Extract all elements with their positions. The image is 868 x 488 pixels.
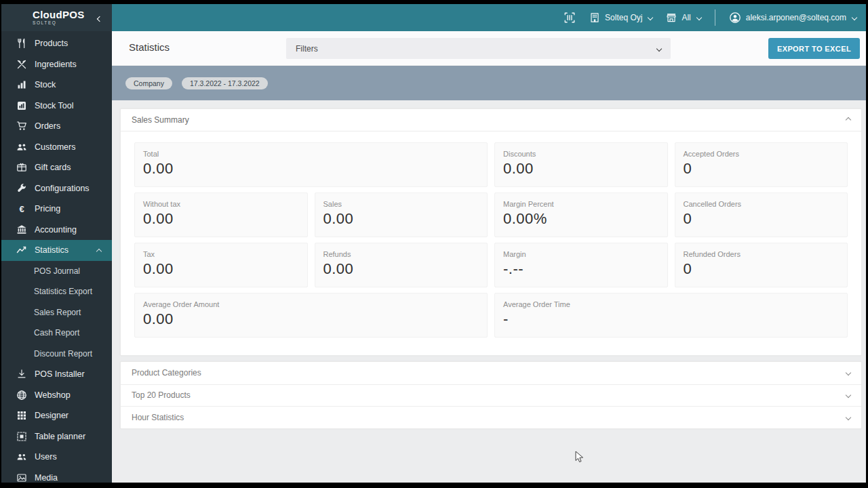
sidebar-item-webshop[interactable]: Webshop <box>1 385 112 406</box>
sidebar-item-gift-cards[interactable]: Gift cards <box>1 157 112 178</box>
sidebar-subitem-discount-report[interactable]: Discount Report <box>1 344 112 365</box>
section-label: Product Categories <box>132 368 201 378</box>
sidebar-subitem-label: POS Journal <box>34 266 80 276</box>
stat-card-label: Accepted Orders <box>684 150 840 158</box>
globe-icon <box>16 390 27 401</box>
stat-card-label: Cancelled Orders <box>684 200 840 208</box>
euro-icon: € <box>16 203 27 214</box>
stat-card-refunded-orders: Refunded Orders 0 <box>675 243 848 287</box>
chart-box-icon <box>16 100 27 111</box>
stat-card-label: Without tax <box>143 200 299 208</box>
sidebar-item-label: Accounting <box>35 225 77 235</box>
chevron-down-icon <box>852 15 857 20</box>
sidebar-item-label: Designer <box>35 411 68 420</box>
sidebar-subitem-label: Cash Report <box>34 328 79 338</box>
sales-summary-cards: Total 0.00 Discounts 0.00 Accepted Order… <box>121 131 861 355</box>
sidebar-item-label: POS Installer <box>35 369 85 379</box>
sidebar-item-stock-tool[interactable]: Stock Tool <box>1 96 112 117</box>
main-area: Statistics Filters EXPORT TO EXCEL Compa… <box>112 31 866 483</box>
bank-icon <box>16 224 27 235</box>
sidebar-item-label: Users <box>35 452 57 462</box>
content: Sales Summary Total 0.00 Discounts 0.00 … <box>112 100 866 429</box>
table-planner-icon <box>16 431 27 442</box>
trending-up-icon <box>16 245 27 256</box>
chevron-up-icon <box>97 244 101 256</box>
sidebar-item-accounting[interactable]: Accounting <box>1 220 112 241</box>
sidebar-item-label: Configurations <box>35 184 90 193</box>
store-selector-label: All <box>682 13 690 22</box>
stat-card-discounts: Discounts 0.00 <box>494 142 668 187</box>
sidebar-item-designer[interactable]: Designer <box>1 405 112 426</box>
stat-card-margin: Margin -.-- <box>494 243 668 287</box>
sidebar-subitem-pos-journal[interactable]: POS Journal <box>1 261 112 282</box>
sidebar-item-label: Pricing <box>35 204 60 214</box>
filter-chip-date-range[interactable]: 17.3.2022 - 17.3.2022 <box>182 77 268 89</box>
section-label: Hour Statistics <box>132 413 184 422</box>
stat-card-value: 0 <box>684 160 840 178</box>
sidebar-subitem-cash-report[interactable]: Cash Report <box>1 323 112 344</box>
stat-card-value: 0 <box>684 260 840 278</box>
sidebar-item-customers[interactable]: Customers <box>1 137 112 158</box>
brand-logo: CloudPOS SOLTEQ <box>33 9 85 26</box>
stat-card-label: Total <box>143 150 479 158</box>
section-hour-statistics[interactable]: Hour Statistics <box>121 406 861 428</box>
users-icon <box>16 451 27 462</box>
stat-card-cancelled-orders: Cancelled Orders 0 <box>675 192 848 237</box>
company-selector-label: Solteq Oyj <box>605 13 642 22</box>
stat-card-average-order-amount: Average Order Amount 0.00 <box>134 293 488 338</box>
sidebar-collapse-button[interactable] <box>98 12 102 24</box>
store-icon <box>666 12 677 23</box>
sidebar-item-ingredients[interactable]: Ingredients <box>1 54 112 75</box>
stat-card-margin-percent: Margin Percent 0.00% <box>494 192 668 237</box>
stat-card-value: 0 <box>684 210 840 228</box>
store-selector[interactable]: All <box>666 12 701 23</box>
wrench-icon <box>16 183 27 194</box>
section-product-categories[interactable]: Product Categories <box>121 362 861 384</box>
section-top-20-products[interactable]: Top 20 Products <box>121 384 861 407</box>
gift-card-icon <box>16 162 27 173</box>
filters-dropdown[interactable]: Filters <box>286 38 671 59</box>
stat-card-value: - <box>503 310 839 328</box>
sales-summary-panel: Sales Summary Total 0.00 Discounts 0.00 … <box>120 108 862 356</box>
stat-card-value: 0.00 <box>143 160 479 178</box>
company-selector[interactable]: Solteq Oyj <box>589 12 652 23</box>
stat-card-label: Tax <box>143 250 299 258</box>
stat-card-value: 0.00% <box>503 210 659 228</box>
sidebar-item-stock[interactable]: Stock <box>1 75 112 96</box>
chevron-down-icon <box>846 392 851 398</box>
chevron-down-icon <box>656 45 662 51</box>
sidebar-item-label: Table planner <box>35 432 85 441</box>
sidebar-item-configurations[interactable]: Configurations <box>1 178 112 199</box>
stat-card-total: Total 0.00 <box>134 142 488 187</box>
page-header: Statistics Filters EXPORT TO EXCEL <box>112 31 866 66</box>
sidebar-subitem-label: Statistics Export <box>34 287 92 296</box>
sidebar-item-pricing[interactable]: € Pricing <box>1 199 112 220</box>
sidebar-item-label: Orders <box>35 121 60 131</box>
user-menu[interactable]: aleksi.arponen@solteq.com <box>729 12 856 24</box>
scan-button[interactable] <box>564 12 576 24</box>
topbar-divider <box>715 9 715 26</box>
stat-card-average-order-time: Average Order Time - <box>494 293 848 338</box>
stat-card-value: 0.00 <box>143 210 299 228</box>
sidebar-item-label: Statistics <box>35 245 68 255</box>
sidebar-item-media[interactable]: Media <box>1 468 112 483</box>
filter-chips-bar: Company 17.3.2022 - 17.3.2022 <box>112 66 866 100</box>
sales-summary-title: Sales Summary <box>132 115 189 125</box>
sidebar-item-table-planner[interactable]: Table planner <box>1 426 112 447</box>
stat-card-value: -.-- <box>503 260 659 278</box>
bar-chart-icon <box>16 79 27 90</box>
sidebar-item-pos-installer[interactable]: POS Installer <box>1 364 112 385</box>
sidebar-subitem-sales-report[interactable]: Sales Report <box>1 302 112 323</box>
people-icon <box>16 142 27 152</box>
sidebar-item-products[interactable]: Products <box>1 33 112 54</box>
sales-summary-header[interactable]: Sales Summary <box>121 109 861 131</box>
sidebar-item-label: Ingredients <box>35 60 77 69</box>
sidebar-subitem-statistics-export[interactable]: Statistics Export <box>1 281 112 302</box>
export-to-excel-button[interactable]: EXPORT TO EXCEL <box>768 38 860 59</box>
stat-card-sales: Sales 0.00 <box>315 192 488 237</box>
filter-chip-company[interactable]: Company <box>125 77 172 89</box>
sidebar-item-users[interactable]: Users <box>1 447 112 468</box>
sidebar-item-statistics[interactable]: Statistics <box>1 240 112 261</box>
sidebar-item-orders[interactable]: Orders <box>1 116 112 137</box>
building-icon <box>589 12 600 23</box>
